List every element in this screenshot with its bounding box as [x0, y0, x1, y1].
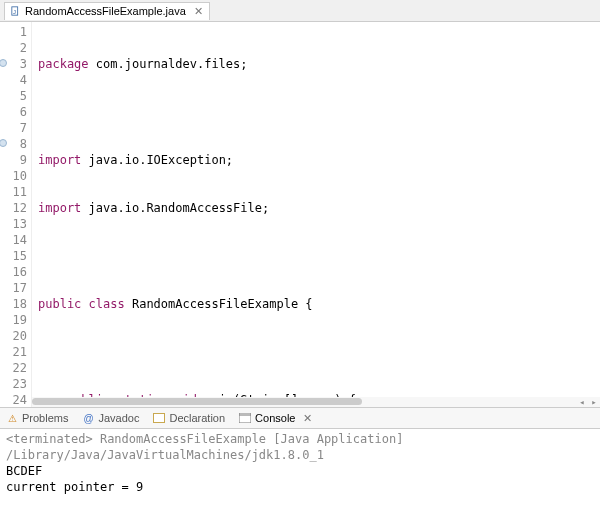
- gutter: 123456789101112131415161718192021222324: [0, 22, 32, 407]
- fold-marker-icon[interactable]: [0, 139, 7, 147]
- close-icon[interactable]: ✕: [303, 412, 312, 425]
- tab-label: Console: [255, 412, 295, 424]
- scroll-right-icon[interactable]: ▸: [588, 397, 600, 407]
- tab-problems[interactable]: ⚠ Problems: [6, 412, 68, 424]
- console-line: BCDEF: [6, 463, 594, 479]
- tab-declaration[interactable]: Declaration: [153, 412, 225, 424]
- tab-console[interactable]: Console ✕: [239, 412, 312, 425]
- fold-marker-icon[interactable]: [0, 59, 7, 67]
- close-icon[interactable]: ✕: [194, 5, 203, 18]
- javadoc-icon: @: [82, 412, 94, 424]
- svg-text:J: J: [13, 9, 16, 15]
- scrollbar-thumb[interactable]: [32, 398, 362, 405]
- svg-rect-3: [154, 414, 164, 422]
- tab-javadoc[interactable]: @ Javadoc: [82, 412, 139, 424]
- bottom-tab-bar: ⚠ Problems @ Javadoc Declaration Console…: [0, 407, 600, 429]
- tab-label: Javadoc: [98, 412, 139, 424]
- code-editor[interactable]: 123456789101112131415161718192021222324 …: [0, 22, 600, 407]
- editor-tab[interactable]: J RandomAccessFileExample.java ✕: [4, 2, 210, 20]
- console-header: <terminated> RandomAccessFileExample [Ja…: [6, 431, 594, 463]
- code-content[interactable]: package com.journaldev.files; import jav…: [32, 22, 600, 407]
- console-output[interactable]: <terminated> RandomAccessFileExample [Ja…: [0, 429, 600, 506]
- scroll-left-icon[interactable]: ◂: [576, 397, 588, 407]
- tab-label: Declaration: [169, 412, 225, 424]
- java-file-icon: J: [11, 6, 21, 16]
- tab-filename: RandomAccessFileExample.java: [25, 5, 186, 17]
- console-icon: [239, 412, 251, 424]
- editor-tab-bar: J RandomAccessFileExample.java ✕: [0, 0, 600, 22]
- problems-icon: ⚠: [6, 412, 18, 424]
- tab-label: Problems: [22, 412, 68, 424]
- console-line: current pointer = 9: [6, 479, 594, 495]
- horizontal-scrollbar[interactable]: ◂ ▸: [32, 397, 600, 407]
- declaration-icon: [153, 412, 165, 424]
